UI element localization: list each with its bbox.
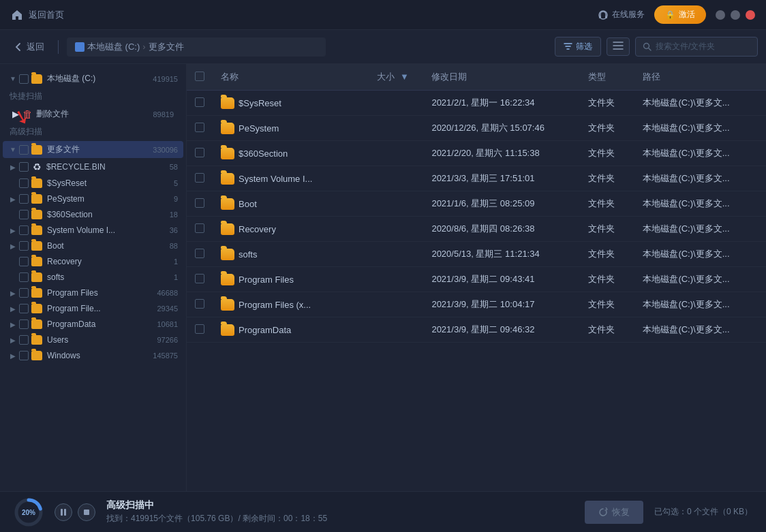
row-checkbox[interactable] <box>195 324 204 334</box>
row-checkbox[interactable] <box>195 299 204 309</box>
item-checkbox[interactable] <box>19 257 29 266</box>
table-row[interactable]: Recovery2020/8/6, 星期四 08:26:38文件夹本地磁盘(C:… <box>187 217 766 242</box>
sidebar: ▼ 本地磁盘 (C:) 419915 快捷扫描 ▶ 🗑 删除文件 89819 高… <box>0 64 187 491</box>
item-checkbox[interactable] <box>19 225 29 235</box>
table-row[interactable]: softs2020/5/13, 星期三 11:21:34文件夹本地磁盘(C:)\… <box>187 242 766 267</box>
file-path: 本地磁盘(C:)\更多文... <box>634 116 766 141</box>
sidebar-item-11[interactable]: ▶Users97266 <box>3 332 183 347</box>
table-row[interactable]: System Volume I...2021/3/3, 星期三 17:51:01… <box>187 166 766 191</box>
stop-button[interactable] <box>78 503 95 521</box>
table-row[interactable]: $360Section2021/2/20, 星期六 11:15:38文件夹本地磁… <box>187 141 766 166</box>
hamburger-icon <box>613 42 624 50</box>
sidebar-item-12[interactable]: ▶Windows145875 <box>3 348 183 363</box>
item-checkbox[interactable] <box>19 162 29 172</box>
title-bar-right: 在线服务 🔒 激活 <box>598 5 755 24</box>
item-checkbox[interactable] <box>19 351 29 360</box>
item-checkbox[interactable] <box>19 178 29 188</box>
file-date: 2021/3/9, 星期二 09:46:32 <box>423 317 580 343</box>
row-checkbox[interactable] <box>195 223 204 233</box>
file-table-container: 名称 大小 ▼ 修改日期 类型 路径 <box>187 64 766 491</box>
service-button[interactable]: 在线服务 <box>598 9 645 20</box>
table-row[interactable]: Boot2021/1/6, 星期三 08:25:09文件夹本地磁盘(C:)\更多… <box>187 191 766 217</box>
file-type: 文件夹 <box>580 292 634 317</box>
activate-button[interactable]: 🔒 激活 <box>654 5 706 24</box>
sidebar-item-3[interactable]: $360Section18 <box>3 207 183 222</box>
file-name: Recovery <box>239 224 276 234</box>
table-row[interactable]: Program Files (x...2021/3/9, 星期二 10:04:1… <box>187 292 766 317</box>
item-checkbox[interactable] <box>19 304 29 313</box>
header-checkbox[interactable] <box>195 72 204 81</box>
selected-info: 已勾选：0 个文件（0 KB） <box>654 506 752 518</box>
file-size <box>369 317 423 343</box>
row-folder-icon <box>221 198 234 210</box>
table-row[interactable]: Program Files2021/3/9, 星期二 09:43:41文件夹本地… <box>187 267 766 292</box>
sidebar-item-8[interactable]: ▶Program Files46688 <box>3 285 183 300</box>
table-row[interactable]: ProgramData2021/3/9, 星期二 09:46:32文件夹本地磁盘… <box>187 317 766 343</box>
row-checkbox[interactable] <box>195 173 204 183</box>
file-size <box>369 191 423 217</box>
maximize-button[interactable] <box>731 10 740 20</box>
close-button[interactable] <box>746 10 755 20</box>
sidebar-item-5[interactable]: ▶Boot88 <box>3 238 183 253</box>
sidebar-item-count: 9 <box>174 195 178 203</box>
item-checkbox[interactable] <box>19 288 29 298</box>
sidebar-item-local-disk[interactable]: ▼ 本地磁盘 (C:) 419915 <box>3 70 183 87</box>
file-name: $360Section <box>239 148 288 159</box>
sidebar-item-4[interactable]: ▶System Volume I...36 <box>3 223 183 238</box>
sidebar-item-label: Program File... <box>47 304 153 313</box>
back-button[interactable]: 返回 <box>8 38 50 56</box>
item-checkbox[interactable] <box>19 210 29 219</box>
recover-button[interactable]: 恢复 <box>585 501 643 524</box>
row-checkbox[interactable] <box>195 123 204 132</box>
svg-rect-8 <box>84 510 89 515</box>
sidebar-item-9[interactable]: ▶Program File...29345 <box>3 301 183 316</box>
file-date: 2021/2/1, 星期一 16:22:34 <box>423 91 580 116</box>
home-button[interactable]: 返回首页 <box>11 9 64 21</box>
item-checkbox[interactable] <box>19 241 29 251</box>
filter-button[interactable]: 筛选 <box>555 37 601 57</box>
minimize-button[interactable] <box>716 10 725 20</box>
row-checkbox[interactable] <box>195 249 204 258</box>
row-checkbox[interactable] <box>195 97 204 107</box>
sidebar-item-6[interactable]: Recovery1 <box>3 254 183 269</box>
item-checkbox[interactable] <box>19 194 29 204</box>
expand-arrow-icon: ▶ <box>8 304 18 313</box>
file-type: 文件夹 <box>580 317 634 343</box>
pause-icon <box>60 508 67 516</box>
item-checkbox[interactable] <box>19 319 29 329</box>
svg-rect-6 <box>61 509 63 516</box>
row-checkbox[interactable] <box>195 148 204 157</box>
sidebar-item-more-files[interactable]: ▼ 更多文件 330096 <box>3 141 183 158</box>
quick-scan-label: 快捷扫描 <box>0 88 186 105</box>
row-checkbox[interactable] <box>195 198 204 208</box>
more-files-checkbox[interactable] <box>19 145 29 155</box>
folder-icon <box>31 304 42 313</box>
sidebar-checkbox[interactable] <box>19 74 29 84</box>
folder-icon <box>31 210 42 219</box>
item-checkbox[interactable] <box>19 272 29 282</box>
expand-arrow-icon: ▶ <box>8 225 18 235</box>
back-arrow-icon <box>14 42 23 52</box>
sidebar-item-label: Boot <box>47 241 166 251</box>
menu-button[interactable] <box>607 37 630 56</box>
table-header-row: 名称 大小 ▼ 修改日期 类型 路径 <box>187 64 766 91</box>
sidebar-item-label: Users <box>47 335 153 345</box>
pause-button[interactable] <box>55 503 72 521</box>
sidebar-item-0[interactable]: ▶♻$RECYCLE.BIN58 <box>3 159 183 175</box>
sidebar-item-count: 58 <box>170 163 178 171</box>
expand-arrow-icon: ▶ <box>8 241 18 251</box>
search-icon <box>643 42 652 51</box>
row-folder-icon <box>221 123 234 134</box>
more-files-label: 更多文件 <box>47 144 149 155</box>
file-date: 2020/5/13, 星期三 11:21:34 <box>423 242 580 267</box>
table-row[interactable]: $SysReset2021/2/1, 星期一 16:22:34文件夹本地磁盘(C… <box>187 91 766 116</box>
sidebar-item-10[interactable]: ▶ProgramData10681 <box>3 317 183 332</box>
item-checkbox[interactable] <box>19 335 29 345</box>
file-type: 文件夹 <box>580 242 634 267</box>
row-checkbox[interactable] <box>195 274 204 283</box>
sidebar-item-7[interactable]: softs1 <box>3 270 183 285</box>
table-row[interactable]: PeSystem2020/12/26, 星期六 15:07:46文件夹本地磁盘(… <box>187 116 766 141</box>
file-date: 2021/2/20, 星期六 11:15:38 <box>423 141 580 166</box>
sidebar-item-1[interactable]: $SysReset5 <box>3 176 183 191</box>
sidebar-item-2[interactable]: ▶PeSystem9 <box>3 191 183 206</box>
